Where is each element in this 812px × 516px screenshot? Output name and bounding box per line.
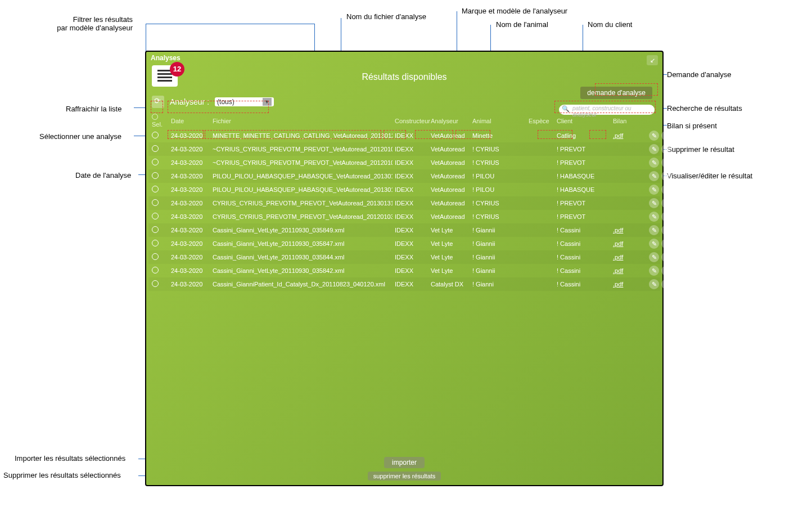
col-client[interactable]: Client (557, 118, 611, 124)
cell-constructeur: IDEXX (395, 146, 428, 152)
delete-results-button[interactable]: supprimer les résultats (368, 472, 441, 481)
row-select-circle[interactable] (152, 186, 159, 192)
table-row[interactable]: 24-03-2020 PILOU_PILOU_HABASQUEP_HABASQU… (148, 169, 660, 183)
trash-icon[interactable]: 🗑 (661, 185, 671, 195)
trash-icon[interactable]: 🗑 (661, 252, 671, 262)
cell-date: 24-03-2020 (171, 281, 210, 288)
table-row[interactable]: 24-03-2020 CYRIUS_CYRIUS_PREVOTM_PREVOT_… (148, 210, 660, 223)
select-all-circle[interactable] (152, 114, 158, 120)
analyses-panel: Analyses ↙ 12 Résultats disponibles dema… (145, 51, 664, 486)
cell-analyseur: VetAutoread (431, 173, 470, 180)
refresh-button[interactable] (152, 96, 164, 108)
edit-icon[interactable]: ✎ (649, 198, 659, 208)
edit-icon[interactable]: ✎ (649, 144, 659, 154)
cell-constructeur: IDEXX (395, 173, 428, 180)
col-animal[interactable]: Animal (472, 118, 526, 124)
cell-analyseur: VetAutoread (431, 132, 470, 139)
table-row[interactable]: 24-03-2020 Cassini_Gianni_VetLyte_201109… (148, 223, 660, 237)
row-select-circle[interactable] (152, 172, 159, 179)
cell-constructeur: IDEXX (395, 227, 428, 234)
annotation-animal: Nom de l'animal (496, 20, 548, 29)
row-select-circle[interactable] (152, 253, 159, 260)
cell-analyseur: Vet Lyte (431, 240, 470, 247)
cell-file: CYRIUS_CYRIUS_PREVOTM_PREVOT_VetAutoread… (213, 213, 393, 220)
trash-icon[interactable]: 🗑 (661, 131, 671, 141)
row-select-circle[interactable] (152, 132, 159, 138)
table-row[interactable]: 24-03-2020 ~CYRIUS_CYRIUS_PREVOTM_PREVOT… (148, 156, 660, 169)
row-select-circle[interactable] (152, 213, 159, 219)
cell-bilan[interactable]: .pdf (613, 267, 635, 274)
cell-analyseur: VetAutoread (431, 200, 470, 207)
cell-analyseur: VetAutoread (431, 213, 470, 220)
cell-file: PILOU_PILOU_HABASQUEP_HABASQUE_VetAutore… (213, 186, 393, 193)
cell-bilan[interactable]: .pdf (613, 240, 635, 247)
cell-date: 24-03-2020 (171, 240, 210, 247)
edit-icon[interactable]: ✎ (649, 131, 659, 141)
annotation-bilan: Bilan si présent (667, 122, 717, 130)
trash-icon[interactable]: 🗑 (661, 266, 671, 276)
table-row[interactable]: 24-03-2020 Cassini_GianniPatient_Id_Cata… (148, 277, 660, 291)
cell-bilan[interactable]: .pdf (613, 281, 635, 288)
trash-icon[interactable]: 🗑 (661, 171, 671, 181)
table-row[interactable]: 24-03-2020 Cassini_Gianni_VetLyte_201109… (148, 237, 660, 250)
trash-icon[interactable]: 🗑 (661, 239, 671, 249)
row-select-circle[interactable] (152, 145, 159, 152)
cell-date: 24-03-2020 (171, 267, 210, 274)
table-row[interactable]: 24-03-2020 ~CYRIUS_CYRIUS_PREVOTM_PREVOT… (148, 142, 660, 156)
col-bilan[interactable]: Bilan (613, 118, 635, 124)
cell-constructeur: IDEXX (395, 240, 428, 247)
edit-icon[interactable]: ✎ (649, 158, 659, 168)
cell-date: 24-03-2020 (171, 254, 210, 261)
col-analyseur[interactable]: Analyseur (431, 118, 470, 124)
import-button[interactable]: importer (384, 457, 425, 468)
search-input[interactable]: patient, constructeur ou analyseur (559, 105, 655, 115)
trash-icon[interactable]: 🗑 (661, 198, 671, 208)
cell-bilan[interactable]: .pdf (613, 132, 635, 139)
annotation-date: Date de l'analyse (75, 171, 131, 180)
demande-analyse-button[interactable]: demande d'analyse (580, 87, 652, 99)
col-date[interactable]: Date (171, 118, 210, 124)
cell-bilan[interactable]: .pdf (613, 227, 635, 234)
annotation-view: Visualiser/éditer le résultat (667, 172, 752, 180)
trash-icon[interactable]: 🗑 (661, 212, 671, 222)
row-select-circle[interactable] (152, 226, 159, 233)
table-row[interactable]: 24-03-2020 CYRIUS_CYRIUS_PREVOTM_PREVOT_… (148, 196, 660, 210)
analyseur-select[interactable]: (tous) ▼ (215, 97, 274, 106)
edit-icon[interactable]: ✎ (649, 212, 659, 222)
chevron-down-icon: ▼ (263, 98, 272, 106)
row-select-circle[interactable] (152, 267, 159, 273)
annotation-delete: Supprimer le résultat (667, 145, 734, 154)
edit-icon[interactable]: ✎ (649, 252, 659, 262)
edit-icon[interactable]: ✎ (649, 239, 659, 249)
row-select-circle[interactable] (152, 240, 159, 246)
row-select-circle[interactable] (152, 280, 159, 287)
table-row[interactable]: 24-03-2020 Cassini_Gianni_VetLyte_201109… (148, 264, 660, 277)
edit-icon[interactable]: ✎ (649, 171, 659, 181)
trash-icon[interactable]: 🗑 (661, 158, 671, 168)
cell-animal: ! PILOU (472, 173, 526, 180)
edit-icon[interactable]: ✎ (649, 279, 659, 289)
trash-icon[interactable]: 🗑 (661, 144, 671, 154)
cell-file: MINETTE_MINETTE_CATLING_CATLING_VetAutor… (213, 132, 393, 139)
trash-icon[interactable]: 🗑 (661, 225, 671, 235)
edit-icon[interactable]: ✎ (649, 225, 659, 235)
col-espece[interactable]: Espèce (529, 118, 554, 124)
row-select-circle[interactable] (152, 159, 159, 165)
cell-animal: ! Giannii (472, 240, 526, 247)
row-select-circle[interactable] (152, 199, 159, 206)
trash-icon[interactable]: 🗑 (661, 279, 671, 289)
cell-date: 24-03-2020 (171, 200, 210, 207)
col-file[interactable]: Fichier (213, 118, 393, 124)
cell-bilan[interactable]: .pdf (613, 254, 635, 261)
annotation-select: Sélectionner une analyse (39, 132, 121, 141)
cell-animal: ! Giannii (472, 254, 526, 261)
table-row[interactable]: 24-03-2020 MINETTE_MINETTE_CATLING_CATLI… (148, 129, 660, 142)
edit-icon[interactable]: ✎ (649, 185, 659, 195)
table-row[interactable]: 24-03-2020 Cassini_Gianni_VetLyte_201109… (148, 250, 660, 264)
col-constructeur[interactable]: Constructeur (395, 118, 428, 124)
cell-animal: ! Giannii (472, 227, 526, 234)
table-row[interactable]: 24-03-2020 PILOU_PILOU_HABASQUEP_HABASQU… (148, 183, 660, 196)
edit-icon[interactable]: ✎ (649, 266, 659, 276)
cell-client: ! PREVOT (557, 213, 611, 220)
cell-client: Catling (557, 132, 611, 139)
